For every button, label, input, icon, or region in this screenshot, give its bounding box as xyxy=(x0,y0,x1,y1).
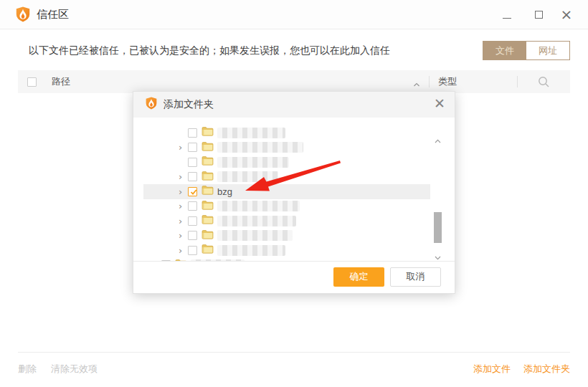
folder-icon xyxy=(201,244,214,257)
folder-icon xyxy=(201,141,214,154)
censored-folder-label xyxy=(217,157,289,168)
tree-row-censored[interactable]: › xyxy=(143,199,430,214)
sort-asc-icon[interactable] xyxy=(413,79,419,85)
folder-checkbox[interactable] xyxy=(188,216,197,226)
folder-icon xyxy=(201,126,214,139)
table-header: 路径 类型 xyxy=(18,70,570,93)
folder-checkbox[interactable] xyxy=(188,231,197,240)
ok-button[interactable]: 确定 xyxy=(333,267,384,287)
titlebar: 信任区 × xyxy=(0,0,588,29)
expand-arrow-icon[interactable]: › xyxy=(179,172,187,181)
folder-icon xyxy=(201,214,214,227)
folder-tree: ›››bzg›››› xyxy=(133,118,455,262)
delete-link[interactable]: 删除 xyxy=(18,363,37,376)
dialog-footer: 确定 取消 xyxy=(133,260,455,293)
scrollbar-thumb[interactable] xyxy=(434,212,442,243)
cancel-button[interactable]: 取消 xyxy=(390,267,441,287)
window-title: 信任区 xyxy=(37,8,69,22)
expand-arrow-icon[interactable]: › xyxy=(179,201,187,211)
tree-row-censored[interactable]: › xyxy=(143,214,430,229)
scrollbar-up-icon[interactable] xyxy=(435,133,441,146)
column-path: 路径 xyxy=(52,75,70,88)
folder-checkbox[interactable] xyxy=(188,128,197,138)
select-all-checkbox[interactable] xyxy=(27,77,37,87)
tree-row-bzg[interactable]: ›bzg xyxy=(143,184,430,199)
dialog-close-icon[interactable]: ✕ xyxy=(434,97,445,110)
toggle-urls[interactable]: 网址 xyxy=(526,42,569,59)
tree-row-censored[interactable]: › xyxy=(143,140,430,156)
tree-row-censored[interactable] xyxy=(143,125,430,140)
tree-row-censored[interactable]: › xyxy=(143,229,430,244)
folder-checkbox[interactable] xyxy=(188,187,197,196)
app-logo-icon xyxy=(146,97,157,113)
maximize-icon xyxy=(535,11,543,19)
censored-folder-label xyxy=(217,245,285,256)
close-icon: × xyxy=(561,7,573,22)
minimize-icon xyxy=(503,18,511,19)
dialog-title: 添加文件夹 xyxy=(163,98,214,111)
tree-row-censored[interactable] xyxy=(143,155,430,170)
censored-folder-label xyxy=(217,128,285,138)
tree-row-censored[interactable]: › xyxy=(143,170,430,185)
folder-checkbox[interactable] xyxy=(188,143,197,152)
expand-arrow-icon[interactable]: › xyxy=(179,187,187,196)
folder-icon xyxy=(201,171,214,183)
censored-folder-label xyxy=(217,230,293,241)
folder-checkbox[interactable] xyxy=(188,246,197,255)
file-url-toggle: 文件 网址 xyxy=(483,41,570,60)
censored-folder-label xyxy=(217,171,278,182)
folder-label: bzg xyxy=(217,186,232,197)
close-button[interactable]: × xyxy=(556,0,577,29)
clear-invalid-link[interactable]: 清除无效项 xyxy=(51,363,98,376)
expand-arrow-icon[interactable]: › xyxy=(179,216,187,226)
trust-description: 以下文件已经被信任，已被认为是安全的；如果发生误报，您也可以在此加入信任 xyxy=(29,44,390,57)
search-icon[interactable] xyxy=(518,76,570,88)
folder-icon xyxy=(201,229,214,242)
tree-row-censored[interactable]: › xyxy=(143,243,430,258)
toggle-files[interactable]: 文件 xyxy=(483,42,526,59)
folder-checkbox[interactable] xyxy=(188,172,197,181)
footer-bar: 删除 清除无效项 添加文件 添加文件夹 xyxy=(18,353,570,386)
censored-folder-label xyxy=(217,216,296,226)
folder-icon xyxy=(201,200,214,213)
add-folder-link[interactable]: 添加文件夹 xyxy=(523,363,570,376)
folder-icon xyxy=(201,185,214,198)
folder-icon xyxy=(201,156,214,168)
expand-arrow-icon[interactable]: › xyxy=(179,231,187,240)
expand-arrow-icon[interactable]: › xyxy=(179,143,187,152)
censored-folder-label xyxy=(217,142,303,153)
expand-arrow-icon[interactable]: › xyxy=(179,246,187,255)
app-logo-icon xyxy=(16,6,30,25)
censored-folder-label xyxy=(217,201,300,211)
maximize-button[interactable] xyxy=(528,0,549,29)
folder-checkbox[interactable] xyxy=(188,201,197,211)
add-file-link[interactable]: 添加文件 xyxy=(473,363,511,376)
dialog-header: 添加文件夹 ✕ xyxy=(133,92,455,118)
add-folder-dialog: 添加文件夹 ✕ ›››bzg›››› 确定 取消 xyxy=(133,91,455,294)
column-type: 类型 xyxy=(430,75,517,88)
trust-zone-window: 信任区 × 以下文件已经被信任，已被认为是安全的；如果发生误报，您也可以在此加入… xyxy=(0,0,588,387)
minimize-button[interactable] xyxy=(496,0,518,29)
folder-checkbox[interactable] xyxy=(188,158,197,167)
